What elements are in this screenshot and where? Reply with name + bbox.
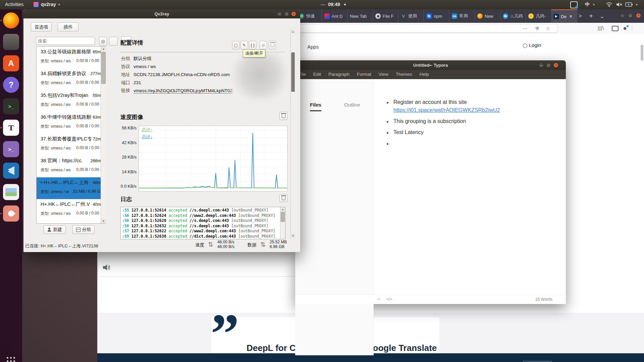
tab-几鸡-[interactable]: 几鸡- bbox=[526, 9, 551, 23]
qv2ray-maximize-button[interactable]: ▢ bbox=[284, 11, 289, 16]
share-qr-button[interactable]: ⊘ bbox=[260, 41, 267, 49]
legend-download[interactable]: 总计↓ bbox=[142, 134, 152, 140]
tab-outline[interactable]: Outline bbox=[344, 102, 360, 108]
close-button[interactable]: ✕ bbox=[636, 13, 641, 18]
connect-disconnect-button[interactable]: ▢ bbox=[232, 41, 239, 49]
delete-button[interactable] bbox=[269, 41, 276, 49]
panel-scrollbar[interactable]: ▲ ▼ bbox=[290, 29, 295, 238]
word-count[interactable]: 15 Words bbox=[535, 297, 552, 302]
typora-minimize-button[interactable]: — bbox=[539, 63, 544, 68]
terminal2-icon[interactable]: >_ bbox=[3, 141, 19, 157]
plugins-button[interactable]: 插件 bbox=[58, 22, 78, 32]
edit-button[interactable]: ✎ bbox=[240, 41, 248, 49]
image-viewer-icon[interactable] bbox=[3, 184, 19, 200]
site-nav-apps[interactable]: Apps bbox=[307, 44, 319, 50]
vscode-icon[interactable] bbox=[3, 163, 19, 179]
server-item[interactable]: 36.中继中转隧道线路翻63ms类型: vmess / ws0.00 B / 0… bbox=[37, 112, 106, 134]
tab-New Tab[interactable]: New Tab bbox=[347, 9, 373, 23]
search-input[interactable] bbox=[36, 37, 95, 45]
minimize-button[interactable]: — bbox=[620, 13, 625, 18]
sidebar-icon[interactable] bbox=[612, 26, 619, 31]
menu-format[interactable]: Format bbox=[357, 72, 371, 77]
server-item-selected[interactable]: • H+.HK←IPLC←上海48ms类型: vmess / w.52 MB /… bbox=[37, 177, 106, 199]
clock[interactable]: 09:49 bbox=[328, 2, 340, 7]
tab-File F[interactable]: File F bbox=[373, 9, 398, 23]
page-actions-icon[interactable]: ⋯ bbox=[523, 26, 527, 31]
scroll-down-icon[interactable]: ▼ bbox=[101, 219, 106, 223]
qv2ray-minimize-button[interactable]: — bbox=[277, 11, 282, 16]
speaker-icon[interactable] bbox=[102, 263, 111, 273]
scrollbar-thumb[interactable] bbox=[281, 212, 285, 222]
server-list-scrollbar[interactable]: ▲ ▼ bbox=[101, 47, 106, 223]
scroll-up-icon[interactable]: ▲ bbox=[101, 47, 106, 51]
new-tab-button[interactable]: + bbox=[586, 9, 596, 23]
log-scrollbar[interactable]: ▲ bbox=[280, 207, 285, 239]
typora-titlebar[interactable]: Untitled•- Typora — ▢ ✕ bbox=[295, 60, 566, 70]
tab-♨几鸡[interactable]: ♨几鸡 bbox=[500, 9, 526, 23]
software-icon[interactable]: A bbox=[3, 55, 19, 71]
battery-icon[interactable] bbox=[625, 2, 633, 8]
typora-editor[interactable]: Register an account at this sitehttps://… bbox=[374, 79, 566, 295]
group-button[interactable]: 分组 bbox=[72, 225, 95, 234]
tab-使用[interactable]: V使用 bbox=[398, 9, 424, 23]
pocket-icon[interactable]: ⛨ bbox=[536, 26, 539, 32]
qv2ray-titlebar[interactable]: Qv2ray — ▢ ✕ bbox=[23, 9, 300, 18]
sidebar-toggle-icon[interactable]: < bbox=[378, 297, 380, 302]
tab-files[interactable]: Files bbox=[310, 102, 321, 111]
menu-help[interactable]: Help bbox=[420, 72, 429, 77]
server-list[interactable]: 33.公益等级線路嚴格限65ms类型: vmess / ws0.00 B / 0… bbox=[36, 46, 106, 224]
tab-Ant D[interactable]: Ant D bbox=[322, 9, 347, 23]
new-server-button[interactable]: 新建 bbox=[44, 225, 66, 234]
log-view[interactable]: :55 127.0.0.1:52614 accepted //s.deepl.c… bbox=[120, 207, 285, 239]
tab-overflow-button[interactable]: > bbox=[576, 9, 584, 23]
server-item[interactable]: 35.包括V2ray和Trojan55ms类型: vmess / ws0.00 … bbox=[37, 90, 106, 112]
library-icon[interactable]: |||\ bbox=[598, 25, 604, 31]
maximize-button[interactable]: ▢ bbox=[628, 13, 633, 18]
wifi-icon[interactable] bbox=[606, 2, 612, 8]
qv2ray-dock-icon[interactable] bbox=[3, 205, 19, 222]
source-code-toggle-icon[interactable]: </> bbox=[386, 297, 392, 302]
qv2ray-close-button[interactable]: ✕ bbox=[291, 11, 296, 16]
typora-close-button[interactable]: ✕ bbox=[553, 63, 558, 68]
server-item[interactable]: 37.长期套餐覆盖IPLC专72ms类型: vmess / ws0.00 B /… bbox=[37, 134, 106, 156]
edit-json-button[interactable]: { } bbox=[249, 41, 256, 49]
server-item[interactable]: 38.官网：https://cc.266ms类型: vmess / ws0.00… bbox=[37, 156, 106, 177]
typora-icon[interactable]: T bbox=[3, 120, 19, 136]
clear-graph-button[interactable] bbox=[279, 112, 287, 120]
scroll-up-icon[interactable]: ▲ bbox=[280, 207, 285, 211]
app-menu[interactable]: qv2ray bbox=[41, 2, 56, 7]
account-icon[interactable]: ☻ bbox=[623, 25, 628, 31]
list-tabs-button[interactable]: ⌄ bbox=[598, 9, 606, 23]
screenshot-tool-icon[interactable] bbox=[570, 1, 578, 8]
activities-button[interactable]: Activities bbox=[5, 2, 23, 7]
latency-test-button[interactable]: ◎ bbox=[99, 37, 107, 46]
chevron-down-icon[interactable]: ▼ bbox=[635, 3, 638, 6]
help-icon[interactable]: ? bbox=[3, 77, 19, 93]
firefox-icon[interactable] bbox=[3, 12, 19, 28]
clear-log-button[interactable] bbox=[279, 194, 287, 202]
scroll-down-icon[interactable]: ▼ bbox=[291, 234, 295, 238]
tab-De[interactable]: De✕ bbox=[551, 9, 577, 23]
scroll-up-icon[interactable]: ▲ bbox=[291, 29, 295, 34]
terminal-icon[interactable]: >_ bbox=[3, 98, 19, 114]
page-scrollbar[interactable] bbox=[641, 45, 643, 61]
tab-npm[interactable]: 知npm bbox=[424, 9, 449, 23]
legend-upload[interactable]: 总计↑ bbox=[142, 127, 152, 133]
menu-paragraph[interactable]: Paragraph bbox=[328, 72, 350, 77]
bookmark-star-icon[interactable]: ☆ bbox=[546, 26, 550, 31]
preferences-button[interactable]: 首选项 bbox=[31, 22, 52, 32]
tab-close-icon[interactable]: ✕ bbox=[569, 14, 573, 19]
tab-常用[interactable]: EB常用 bbox=[449, 9, 475, 23]
menu-themes[interactable]: Themes bbox=[396, 72, 412, 77]
menu-edit[interactable]: Edit bbox=[313, 72, 321, 77]
typora-maximize-button[interactable]: ▢ bbox=[546, 63, 551, 68]
scrollbar-thumb[interactable] bbox=[291, 52, 295, 92]
blank-button[interactable] bbox=[109, 37, 118, 46]
server-item[interactable]: 33.公益等级線路嚴格限65ms类型: vmess / ws0.00 B / 0… bbox=[37, 47, 106, 68]
server-item[interactable]: H+.HK←IPLC←广州.V40ms类型: vmess / ws0.00 B … bbox=[37, 199, 106, 221]
menu-view[interactable]: View bbox=[379, 72, 388, 77]
login-button[interactable]: ◯ Login bbox=[523, 42, 541, 48]
app-grid-icon[interactable] bbox=[7, 357, 15, 362]
volume-muted-icon[interactable] bbox=[616, 2, 623, 8]
files-icon[interactable] bbox=[3, 34, 19, 50]
